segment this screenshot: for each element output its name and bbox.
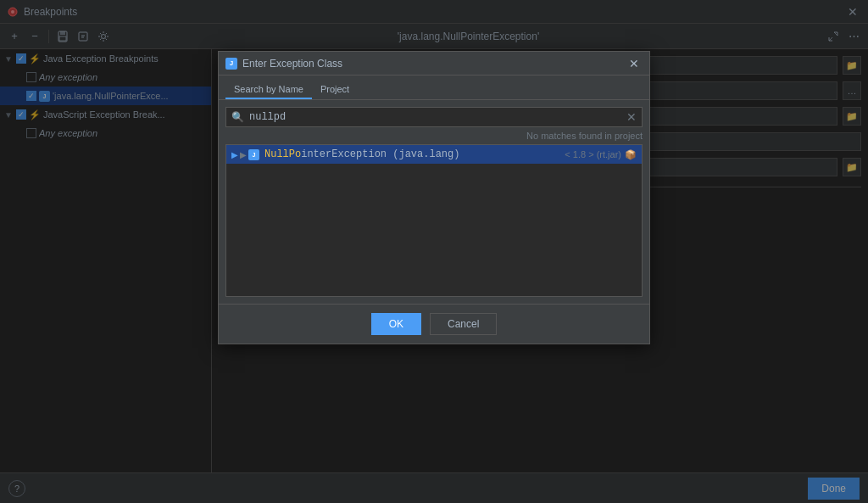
- tab-search-by-name[interactable]: Search by Name: [225, 81, 312, 99]
- dialog-body: 🔍 ✕ No matches found in project ▶ ▶ J Nu…: [219, 100, 649, 304]
- search-clear-button[interactable]: ✕: [621, 110, 642, 124]
- result-name: NullPointerException (java.lang): [264, 148, 459, 160]
- dialog-title-bar: J Enter Exception Class ✕: [219, 52, 649, 75]
- ok-button[interactable]: OK: [371, 313, 421, 335]
- search-row: 🔍 ✕: [225, 107, 643, 127]
- result-jar-icon: 📦: [625, 149, 637, 160]
- result-icon-wrap: ▶ ▶ J: [231, 149, 259, 160]
- dialog-tabs: Search by Name Project: [219, 75, 649, 100]
- result-item-nullpointer[interactable]: ▶ ▶ J NullPointerException (java.lang) <…: [226, 145, 642, 164]
- dialog-footer: OK Cancel: [219, 304, 649, 344]
- result-meta: < 1.8 > (rt.jar) 📦: [565, 149, 637, 160]
- results-list[interactable]: ▶ ▶ J NullPointerException (java.lang) <…: [225, 144, 643, 297]
- cancel-button[interactable]: Cancel: [430, 313, 497, 335]
- tab-project[interactable]: Project: [312, 81, 358, 99]
- dialog-overlay: J Enter Exception Class ✕ Search by Name…: [0, 0, 868, 503]
- dialog-close-button[interactable]: ✕: [626, 55, 643, 72]
- result-java-icon: J: [248, 149, 259, 160]
- result-sub-arrow-icon: ▶: [240, 150, 247, 159]
- result-version: < 1.8 > (rt.jar): [565, 149, 621, 159]
- search-icon: 🔍: [226, 111, 249, 123]
- dialog-title-text: Enter Exception Class: [242, 58, 342, 70]
- dialog-title-left: J Enter Exception Class: [225, 58, 342, 70]
- dialog-title-icon: J: [225, 58, 237, 70]
- result-highlight: NullPo: [264, 148, 301, 160]
- no-matches-text: No matches found in project: [225, 129, 643, 143]
- enter-exception-dialog: J Enter Exception Class ✕ Search by Name…: [218, 51, 650, 344]
- search-input[interactable]: [249, 108, 621, 126]
- result-arrow-icon: ▶: [231, 150, 238, 159]
